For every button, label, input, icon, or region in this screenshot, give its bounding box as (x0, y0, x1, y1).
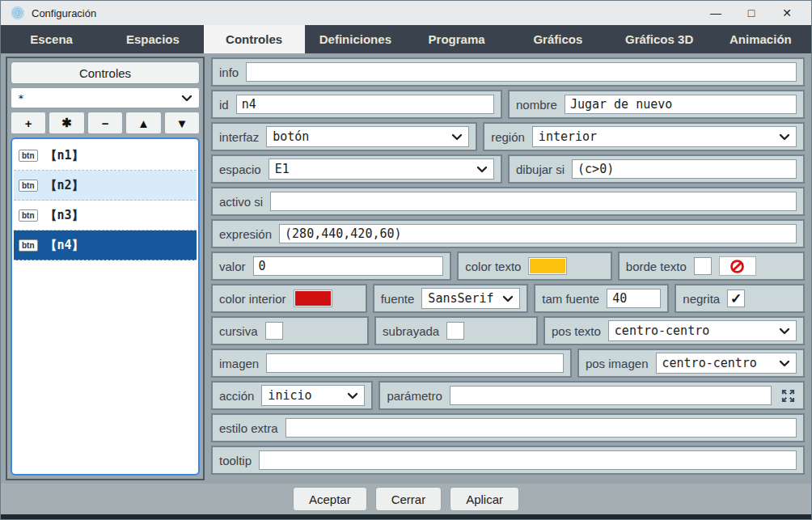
control-type-badge: btn (19, 239, 38, 252)
tooltip-input[interactable] (259, 450, 797, 470)
region-select[interactable]: interior (532, 126, 797, 147)
field-parametro: parámetro (379, 381, 805, 410)
valor-input[interactable] (253, 256, 444, 276)
move-up-button[interactable]: ▲ (125, 112, 161, 134)
negrita-checkbox[interactable]: ✓ (727, 290, 745, 307)
field-dibujar-si: dibujar si (508, 154, 805, 184)
field-region: región interior (483, 122, 805, 151)
valor-label: valor (219, 260, 246, 273)
main-content: Controles * + ✱ − ▲ ▼ btn 【n1】 btn 【n2】 (1, 53, 811, 484)
espacio-select[interactable]: E1 (269, 159, 494, 180)
cerrar-button[interactable]: Cerrar (375, 487, 442, 511)
tab-graficos[interactable]: Gráficos (507, 25, 608, 53)
move-down-button[interactable]: ▼ (164, 112, 200, 134)
control-type-badge: btn (19, 209, 38, 222)
parametro-input[interactable] (450, 386, 772, 405)
imagen-input[interactable] (266, 353, 564, 373)
subrayada-label: subrayada (383, 324, 439, 338)
tab-graficos-3d[interactable]: Gráficos 3D (609, 25, 710, 53)
expand-icon (780, 388, 796, 404)
expresion-label: expresión (219, 227, 272, 241)
tab-bar: Escena Espacios Controles Definiciones P… (1, 25, 811, 53)
espacio-value: E1 (275, 162, 290, 176)
minimize-button[interactable]: — (698, 1, 734, 25)
cursiva-checkbox[interactable] (265, 322, 283, 340)
borde-texto-none-button[interactable] (719, 256, 756, 276)
maximize-button[interactable]: □ (734, 1, 769, 25)
dibujar-si-input[interactable] (572, 159, 797, 179)
add-control-button[interactable]: + (11, 112, 46, 134)
tab-espacios[interactable]: Espacios (102, 25, 203, 53)
region-label: región (491, 130, 525, 144)
window-controls: — □ ✕ (698, 1, 805, 25)
list-item-n1[interactable]: btn 【n1】 (14, 141, 197, 171)
activo-si-input[interactable] (270, 192, 797, 211)
activo-si-label: activo si (219, 195, 263, 209)
list-item-n3[interactable]: btn 【n3】 (14, 201, 197, 230)
estilo-extra-label: estilo extra (219, 421, 278, 435)
fuente-label: fuente (381, 292, 415, 306)
id-input[interactable] (236, 95, 494, 114)
expresion-input[interactable] (279, 224, 797, 243)
borde-texto-checkbox[interactable] (694, 257, 712, 275)
list-item-label: 【n1】 (45, 148, 84, 163)
field-interfaz: interfaz botón (211, 122, 477, 151)
region-value: interior (539, 129, 597, 144)
color-texto-label: color texto (465, 260, 521, 273)
subrayada-checkbox[interactable] (446, 322, 464, 340)
aceptar-button[interactable]: Aceptar (293, 487, 367, 511)
cursiva-label: cursiva (219, 324, 258, 338)
controls-toolbar: + ✱ − ▲ ▼ (11, 112, 200, 134)
parametro-label: parámetro (387, 389, 442, 403)
field-info: info (211, 57, 805, 87)
color-interior-label: color interior (219, 292, 286, 306)
estilo-extra-input[interactable] (285, 418, 797, 438)
control-type-badge: btn (19, 150, 38, 162)
info-label: info (219, 66, 239, 79)
remove-control-button[interactable]: − (87, 112, 123, 134)
tab-escena[interactable]: Escena (1, 25, 102, 53)
tab-animacion[interactable]: Animación (710, 25, 811, 53)
footer-bar: Aceptar Cerrar Aplicar (1, 484, 811, 514)
close-button[interactable]: ✕ (769, 1, 805, 25)
control-properties-form: info id nombre interfaz botón (209, 57, 806, 480)
tam-fuente-input[interactable] (607, 289, 661, 308)
tab-controles[interactable]: Controles (204, 25, 305, 53)
field-cursiva: cursiva (211, 316, 369, 345)
pos-texto-select[interactable]: centro-centro (608, 320, 797, 341)
field-accion: acción inicio (211, 381, 373, 410)
field-subrayada: subrayada (374, 316, 538, 345)
tam-fuente-label: tam fuente (542, 292, 599, 306)
list-item-n4[interactable]: btn 【n4】 (14, 230, 197, 260)
field-valor: valor (211, 252, 451, 281)
field-borde-texto: borde texto (618, 252, 805, 281)
interfaz-select[interactable]: botón (266, 126, 469, 147)
no-symbol-icon (730, 259, 745, 274)
color-interior-swatch[interactable] (294, 290, 332, 307)
controls-list: btn 【n1】 btn 【n2】 btn 【n3】 btn 【n4】 (11, 137, 200, 476)
color-texto-swatch[interactable] (528, 257, 567, 275)
pos-imagen-select[interactable]: centro-centro (656, 353, 797, 374)
list-item-label: 【n3】 (45, 208, 84, 223)
accion-select[interactable]: inicio (261, 385, 365, 406)
dibujar-si-label: dibujar si (516, 163, 565, 176)
window-bottom-edge (1, 514, 811, 519)
field-pos-imagen: pos imagen centro-centro (577, 349, 805, 378)
configuracion-window: Configuración — □ ✕ Escena Espacios Cont… (0, 0, 812, 520)
nombre-input[interactable] (565, 95, 797, 114)
info-input[interactable] (246, 62, 797, 82)
pos-imagen-value: centro-centro (662, 356, 757, 370)
parametro-expand-button[interactable] (779, 387, 797, 404)
tab-definiciones[interactable]: Definiciones (305, 25, 406, 53)
chevron-down-icon (502, 295, 514, 302)
duplicate-control-button[interactable]: ✱ (49, 112, 84, 134)
id-label: id (219, 98, 229, 112)
app-logo-icon (11, 6, 25, 20)
fuente-select[interactable]: SansSerif (421, 288, 520, 309)
controls-filter-select[interactable]: * (11, 87, 200, 108)
aplicar-button[interactable]: Aplicar (450, 487, 519, 511)
nombre-label: nombre (516, 98, 557, 112)
list-item-n2[interactable]: btn 【n2】 (14, 171, 197, 201)
chevron-down-icon (347, 392, 358, 400)
tab-programa[interactable]: Programa (406, 25, 507, 53)
